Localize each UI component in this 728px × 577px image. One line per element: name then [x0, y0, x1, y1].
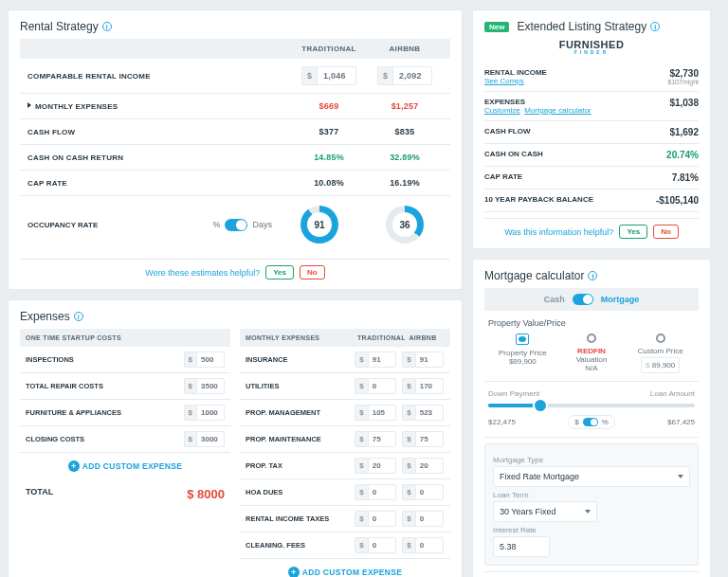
air-expense-input[interactable]: $0: [401, 511, 445, 527]
trad-income-input[interactable]: $1,046: [291, 66, 367, 85]
info-icon[interactable]: i: [102, 22, 112, 31]
cash-mortgage-toggle[interactable]: Cash Mortgage: [484, 288, 699, 311]
rs-helpful-no-button[interactable]: No: [300, 265, 325, 279]
rental-strategy-title: Rental Strategy i: [20, 20, 450, 33]
plus-icon: +: [288, 567, 300, 577]
customize-link[interactable]: Customize: [484, 106, 520, 115]
rs-helpful: Were these estimates helpful? Yes No: [20, 259, 450, 279]
monthly-column: MONTHLY EXPENSESTRADITIONALAIRBNB INSURA…: [240, 329, 450, 577]
toggle-icon: [573, 294, 593, 305]
air-expense-input[interactable]: $75: [401, 431, 445, 447]
down-payment-slider[interactable]: [488, 404, 695, 407]
row-occupancy: OCCUPANCY RATE % Days 91 36: [20, 196, 450, 253]
air-expense-input[interactable]: $170: [401, 378, 445, 394]
chevron-down-icon: [585, 510, 591, 514]
ext-cap-rate: CAP RATE7.81%: [484, 167, 699, 189]
monthly-expense-row: CLEANING. FEES $0 $0: [240, 532, 450, 559]
one-time-expense-input[interactable]: $3000: [184, 431, 225, 447]
air-expense-input[interactable]: $523: [401, 405, 445, 421]
see-comps-link[interactable]: See Comps: [484, 77, 524, 85]
rs-helpful-yes-button[interactable]: Yes: [265, 265, 294, 279]
loan-term-select[interactable]: 30 Years Fixed: [493, 501, 597, 522]
mortgage-title: Mortgage calculator i: [484, 269, 699, 282]
row-monthly-expenses[interactable]: MONTHLY EXPENSES $669 $1,257: [20, 94, 450, 119]
extended-title: New Extended Listing Strategy i: [484, 20, 699, 33]
air-occupancy-donut: 36: [386, 206, 424, 243]
trad-expense-input[interactable]: $105: [354, 405, 397, 421]
trad-expense-input[interactable]: $0: [354, 511, 397, 527]
row-cap-rate: CAP RATE 10.08% 16.19%: [20, 171, 450, 196]
one-time-expense-input[interactable]: $1000: [184, 405, 225, 421]
radio-icon: [656, 334, 665, 343]
caret-right-icon: [27, 102, 31, 108]
occupancy-toggle[interactable]: % Days: [212, 219, 272, 231]
one-time-expense-input[interactable]: $3500: [184, 378, 225, 394]
info-icon[interactable]: i: [74, 312, 83, 321]
row-comparable-income: COMPARABLE RENTAL INCOME $1,046 $2,092: [20, 59, 450, 94]
expenses-card: Expenses i ONE TIME STARTUP COSTS INSPEC…: [8, 299, 463, 577]
monthly-expense-row: PROP. MAINTENANCE $75 $75: [240, 426, 450, 453]
custom-price-input[interactable]: $ 89,900: [641, 357, 680, 373]
air-expense-input[interactable]: $0: [401, 484, 445, 500]
property-value-section: Property Value/Price Property Price$89,9…: [484, 311, 699, 382]
monthly-expense-row: PROP. TAX $20 $20: [240, 453, 450, 479]
monthly-expense-row: UTILITIES $0 $170: [240, 373, 450, 400]
air-income-input[interactable]: $2,092: [367, 66, 443, 85]
extended-listing-card: New Extended Listing Strategy i FURNISHE…: [472, 9, 711, 249]
monthly-expense-row: HOA DUES $0 $0: [240, 479, 450, 506]
trad-expense-input[interactable]: $0: [354, 378, 397, 394]
ext-expenses: EXPENSES Customize Mortgage calculator $…: [484, 92, 699, 121]
monthly-expense-row: RENTAL INCOME TAXES $0 $0: [240, 506, 450, 532]
expenses-title: Expenses i: [20, 310, 450, 323]
trad-occupancy-donut: 91: [300, 206, 338, 243]
ext-payback: 10 YEAR PAYBACK BALANCE-$105,140: [484, 189, 699, 212]
air-expense-input[interactable]: $0: [401, 537, 445, 553]
air-expense-input[interactable]: $91: [401, 352, 445, 368]
mortgage-calculator-card: Mortgage calculator i Cash Mortgage Prop…: [472, 259, 711, 577]
one-time-expense-row: CLOSING COSTS $3000: [20, 426, 230, 453]
loan-details-box: Mortgage Type Fixed Rate Mortgage Loan T…: [484, 443, 699, 566]
ext-cash-flow: CASH FLOW$1,692: [484, 121, 699, 144]
pvp-option[interactable]: REDFINValuationN/A: [557, 334, 627, 373]
radio-icon: [587, 334, 596, 343]
toggle-icon: [583, 418, 598, 426]
mortgage-type-select[interactable]: Fixed Rate Mortgage: [493, 466, 690, 487]
row-cash-on-cash: CASH ON CASH RETURN 14.85% 32.89%: [20, 145, 450, 171]
info-icon[interactable]: i: [650, 22, 660, 31]
add-custom-expense-monthly[interactable]: +ADD CUSTOM EXPENSE: [240, 559, 450, 577]
rs-columns-header: TRADITIONAL AIRBNB: [20, 39, 450, 59]
trad-expense-input[interactable]: $0: [354, 537, 397, 553]
trad-expense-input[interactable]: $0: [354, 484, 397, 500]
row-cash-flow: CASH FLOW $377 $835: [20, 119, 450, 145]
plus-icon: +: [68, 460, 80, 472]
dollar-percent-toggle[interactable]: $%: [568, 415, 615, 429]
ext-cash-on-cash: CASH ON CASH20.74%: [484, 144, 699, 167]
ext-helpful-yes-button[interactable]: Yes: [619, 225, 647, 239]
info-icon[interactable]: i: [588, 271, 597, 280]
furnished-finder-logo: FURNISHEDFINDER: [484, 39, 699, 55]
pvp-option[interactable]: Property Price$89,900: [488, 334, 557, 373]
trad-expense-input[interactable]: $20: [354, 458, 397, 474]
one-time-column: ONE TIME STARTUP COSTS INSPECTIONS $500 …: [20, 329, 230, 577]
interest-rate-label: Interest Rate: [493, 526, 690, 534]
one-time-expense-row: INSPECTIONS $500: [20, 347, 230, 373]
toggle-icon: [225, 219, 247, 231]
one-time-expense-row: FURNITURE & APPLIANCES $1000: [20, 400, 230, 426]
ext-helpful-no-button[interactable]: No: [653, 225, 679, 239]
chevron-down-icon: [678, 475, 683, 478]
monthly-expense-row: INSURANCE $91 $91: [240, 347, 450, 373]
add-custom-expense-one-time[interactable]: +ADD CUSTOM EXPENSE: [20, 453, 230, 479]
one-time-expense-input[interactable]: $500: [184, 352, 225, 368]
loan-amount-value: $67,425: [667, 418, 695, 426]
loan-term-label: Loan Term: [493, 491, 690, 499]
mortgage-calculator-link[interactable]: Mortgage calculator: [524, 106, 591, 115]
interest-rate-input[interactable]: 5.38: [493, 536, 550, 557]
trad-expense-input[interactable]: $91: [354, 352, 397, 368]
pvp-option[interactable]: Custom Price$ 89,900: [626, 334, 695, 373]
radio-icon: [516, 334, 529, 345]
ext-rental-income: RENTAL INCOME See Comps $2,730$107/night: [484, 63, 699, 92]
mc-helpful: Was this information helpful? Yes No: [484, 571, 699, 577]
trad-expense-input[interactable]: $75: [354, 431, 397, 447]
down-payment-value: $22,475: [488, 418, 516, 426]
air-expense-input[interactable]: $20: [401, 458, 445, 474]
